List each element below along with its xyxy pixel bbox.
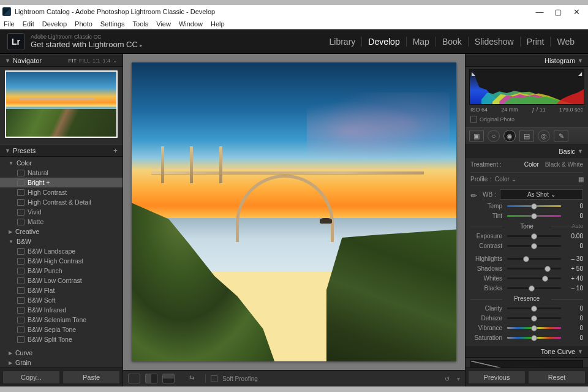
preset-group-grain[interactable]: ▶Grain bbox=[0, 358, 123, 368]
preset-item[interactable]: Natural bbox=[0, 168, 123, 178]
before-after-h-icon[interactable] bbox=[145, 374, 157, 383]
nav-1to1[interactable]: 1:1 bbox=[92, 58, 100, 64]
identity-plate[interactable]: Adobe Lightroom Classic CC Get started w… bbox=[31, 34, 143, 49]
maximize-button[interactable]: ▢ bbox=[549, 5, 567, 18]
preset-icon bbox=[17, 209, 24, 216]
dehaze-slider[interactable] bbox=[507, 317, 561, 319]
menu-edit[interactable]: Edit bbox=[20, 20, 37, 28]
wb-dropdown[interactable]: As Shot ⌄ bbox=[500, 189, 583, 200]
basic-header[interactable]: Basic ▼ bbox=[466, 145, 588, 157]
histogram-body: ◣ ◢ ISO 64 24 mm ƒ / 11 179.0 sec Origin… bbox=[466, 67, 588, 127]
add-preset-icon[interactable]: + bbox=[113, 146, 118, 155]
preset-item[interactable]: B&W Landscape bbox=[0, 246, 123, 256]
nav-ratio[interactable]: 1:4 bbox=[102, 58, 110, 64]
profile-grid-icon[interactable]: ▦ bbox=[578, 176, 583, 183]
auto-button[interactable]: Auto bbox=[571, 223, 583, 229]
preset-item[interactable]: Matte bbox=[0, 217, 123, 227]
crop-tool-icon[interactable]: ▣ bbox=[469, 130, 484, 142]
menu-help[interactable]: Help bbox=[208, 20, 227, 28]
preset-item[interactable]: B&W Flat bbox=[0, 285, 123, 295]
loupe-view-icon[interactable] bbox=[128, 374, 140, 383]
module-develop[interactable]: Develop bbox=[362, 37, 406, 47]
module-web[interactable]: Web bbox=[551, 37, 581, 47]
close-button[interactable]: ✕ bbox=[567, 5, 586, 18]
menu-develop[interactable]: Develop bbox=[40, 20, 69, 28]
menu-tools[interactable]: Tools bbox=[130, 20, 151, 28]
shadow-clip-icon[interactable]: ◣ bbox=[472, 71, 475, 77]
original-checkbox[interactable] bbox=[470, 116, 477, 123]
histogram-header[interactable]: Histogram ▼ bbox=[466, 54, 588, 67]
clarity-slider[interactable] bbox=[507, 307, 561, 309]
treatment-color[interactable]: Color bbox=[524, 161, 539, 168]
menu-photo[interactable]: Photo bbox=[72, 20, 95, 28]
temp-slider[interactable] bbox=[507, 205, 561, 207]
redeye-tool-icon[interactable]: ◉ bbox=[503, 130, 516, 142]
preset-item[interactable]: B&W Selenium Tone bbox=[0, 315, 123, 325]
module-slideshow[interactable]: Slideshow bbox=[469, 37, 521, 47]
navigator-header[interactable]: ▼ Navigator FIT FILL 1:1 1:4 ⌄ bbox=[0, 54, 123, 67]
nav-fit[interactable]: FIT bbox=[68, 58, 77, 64]
preset-item[interactable]: B&W Infrared bbox=[0, 305, 123, 315]
preset-item[interactable]: B&W Soft bbox=[0, 295, 123, 305]
toolbar-menu-icon[interactable]: ▾ bbox=[457, 375, 460, 382]
previous-button[interactable]: Previous bbox=[468, 371, 526, 384]
whites-slider[interactable] bbox=[507, 277, 561, 279]
menu-settings[interactable]: Settings bbox=[98, 20, 127, 28]
histogram-chart[interactable]: ◣ ◢ bbox=[469, 69, 584, 105]
contrast-slider[interactable] bbox=[507, 245, 561, 247]
treatment-bw[interactable]: Black & White bbox=[545, 161, 583, 168]
main-photo[interactable] bbox=[132, 62, 456, 361]
preset-group-bw[interactable]: ▼B&W bbox=[0, 236, 123, 246]
profile-dropdown[interactable]: Color ⌄ bbox=[495, 176, 575, 183]
preset-item[interactable]: B&W High Contrast bbox=[0, 256, 123, 266]
soft-proof-checkbox[interactable] bbox=[211, 375, 217, 382]
minimize-button[interactable]: — bbox=[530, 5, 549, 18]
shadows-slider[interactable] bbox=[507, 268, 561, 270]
radial-tool-icon[interactable]: ◎ bbox=[538, 130, 550, 142]
preset-item[interactable]: High Contrast & Detail bbox=[0, 197, 123, 207]
treatment-label: Treatment : bbox=[470, 161, 502, 168]
blacks-slider[interactable] bbox=[507, 287, 561, 289]
preset-item[interactable]: B&W Split Tone bbox=[0, 334, 123, 344]
preset-item[interactable]: Bright + bbox=[0, 178, 123, 187]
swap-icon[interactable]: ⇆ bbox=[189, 374, 200, 383]
before-after-v-icon[interactable] bbox=[162, 374, 175, 383]
tonecurve-header[interactable]: Tone Curve ▼ bbox=[466, 345, 588, 358]
module-print[interactable]: Print bbox=[521, 37, 551, 47]
presets-header[interactable]: ▼ Presets + bbox=[0, 144, 123, 157]
preset-group-color[interactable]: ▼Color bbox=[0, 158, 123, 168]
preset-item[interactable]: B&W Low Contrast bbox=[0, 276, 123, 285]
spot-tool-icon[interactable]: ○ bbox=[488, 130, 500, 142]
highlight-clip-icon[interactable]: ◢ bbox=[578, 71, 582, 77]
navigator-thumbnail[interactable] bbox=[5, 70, 118, 138]
menu-window[interactable]: Window bbox=[176, 20, 205, 28]
reset-button[interactable]: Reset bbox=[528, 371, 586, 384]
preset-item[interactable]: B&W Punch bbox=[0, 266, 123, 276]
preset-icon bbox=[17, 199, 24, 206]
preset-icon bbox=[17, 297, 24, 304]
copy-button[interactable]: Copy... bbox=[2, 371, 60, 384]
gradient-tool-icon[interactable]: ▤ bbox=[519, 130, 534, 142]
preset-item[interactable]: Vivid bbox=[0, 207, 123, 217]
saturation-slider[interactable] bbox=[507, 337, 561, 339]
brush-tool-icon[interactable]: ✎ bbox=[554, 130, 568, 142]
module-map[interactable]: Map bbox=[407, 37, 436, 47]
preset-group-creative[interactable]: ▶Creative bbox=[0, 227, 123, 236]
menu-file[interactable]: File bbox=[1, 20, 17, 28]
nav-fill[interactable]: FILL bbox=[79, 58, 90, 64]
exposure-slider[interactable] bbox=[507, 235, 561, 237]
eyedropper-icon[interactable]: ✎ bbox=[469, 189, 481, 201]
menu-view[interactable]: View bbox=[154, 20, 173, 28]
paste-button[interactable]: Paste bbox=[62, 371, 120, 384]
module-library[interactable]: Library bbox=[323, 37, 363, 47]
module-book[interactable]: Book bbox=[436, 37, 469, 47]
tonecurve-chart[interactable] bbox=[470, 360, 583, 368]
nav-ratio-menu-icon[interactable]: ⌄ bbox=[113, 58, 118, 64]
tint-slider[interactable] bbox=[507, 215, 561, 217]
toolbar-switch-icon[interactable]: ↺ bbox=[442, 374, 452, 383]
preset-item[interactable]: B&W Sepia Tone bbox=[0, 325, 123, 334]
highlights-slider[interactable] bbox=[507, 258, 561, 260]
preset-item[interactable]: High Contrast bbox=[0, 187, 123, 197]
preset-group-curve[interactable]: ▶Curve bbox=[0, 348, 123, 358]
vibrance-slider[interactable] bbox=[507, 327, 561, 329]
